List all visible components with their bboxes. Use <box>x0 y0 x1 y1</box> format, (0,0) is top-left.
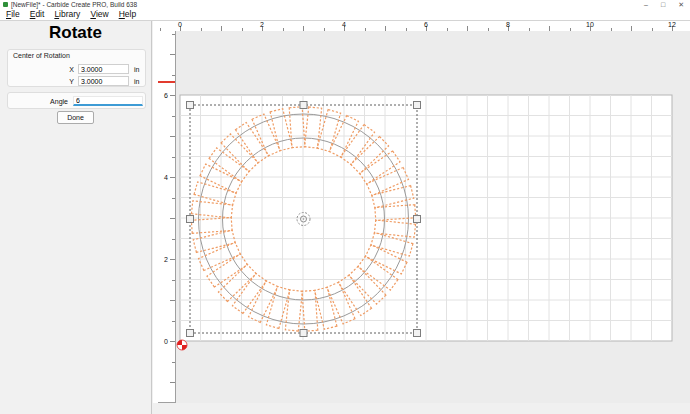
x-input[interactable] <box>78 64 129 74</box>
menu-edit[interactable]: Edit <box>25 9 50 20</box>
ruler-tick <box>170 54 175 55</box>
ruler-label: 12 <box>668 21 676 28</box>
design-canvas[interactable] <box>176 31 690 403</box>
ruler-tick <box>170 136 175 137</box>
selection-handle[interactable] <box>414 330 421 337</box>
ruler-label: 10 <box>586 21 594 28</box>
close-button-icon[interactable]: ✕ <box>678 0 684 9</box>
angle-input[interactable] <box>73 96 143 106</box>
window-controls: – □ ✕ <box>644 0 684 9</box>
y-input[interactable] <box>78 76 129 86</box>
ruler-tick <box>170 95 175 96</box>
ruler-label: 2 <box>164 256 168 263</box>
ruler-label: 0 <box>178 21 182 28</box>
ruler-label: 8 <box>506 21 510 28</box>
ruler-tick <box>170 300 175 301</box>
y-label: Y <box>60 78 74 85</box>
ruler-tick <box>172 75 175 76</box>
app-icon <box>3 2 8 7</box>
canvas-region: 024681012 6420 <box>153 21 690 414</box>
ruler-label: 4 <box>342 21 346 28</box>
angle-group: Angle <box>7 92 146 109</box>
ruler-tick <box>170 259 175 260</box>
ruler-vertical: 6420 <box>158 31 176 403</box>
ruler-label: 4 <box>164 174 168 181</box>
x-unit-label: in <box>134 66 139 73</box>
ruler-label: 2 <box>260 21 264 28</box>
maximize-button-icon[interactable]: □ <box>661 0 665 9</box>
menu-file[interactable]: File <box>1 9 25 20</box>
ruler-tick <box>172 157 175 158</box>
ruler-tick <box>172 321 175 322</box>
ruler-label: 0 <box>164 338 168 345</box>
selection-handle[interactable] <box>300 330 307 337</box>
ruler-label: 6 <box>424 21 428 28</box>
rotate-panel: Rotate Center of Rotation X in Y in Angl… <box>0 21 152 414</box>
menu-view[interactable]: View <box>85 9 113 20</box>
bottom-strip <box>176 403 690 414</box>
selection-handle[interactable] <box>187 102 194 109</box>
cursor-position-indicator <box>158 81 175 83</box>
ruler-tick <box>172 280 175 281</box>
center-of-rotation-group: Center of Rotation X in Y in <box>7 49 146 87</box>
ruler-tick <box>170 382 175 383</box>
selection-handle[interactable] <box>300 102 307 109</box>
selection-handle[interactable] <box>187 330 194 337</box>
ruler-tick <box>172 116 175 117</box>
ruler-tick <box>172 239 175 240</box>
center-of-rotation-label: Center of Rotation <box>13 52 70 59</box>
ruler-tick <box>172 34 175 35</box>
menu-help[interactable]: Help <box>114 9 141 20</box>
x-label: X <box>60 66 74 73</box>
ruler-tick <box>170 341 175 342</box>
ruler-label: 6 <box>164 92 168 99</box>
angle-label: Angle <box>36 98 68 105</box>
ruler-tick <box>170 177 175 178</box>
selection-handle[interactable] <box>187 216 194 223</box>
ruler-tick <box>172 198 175 199</box>
menubar: FileEditLibraryViewHelp <box>0 9 690 21</box>
ruler-tick <box>172 362 175 363</box>
rotation-center-dot <box>303 218 305 220</box>
menu-library[interactable]: Library <box>49 9 85 20</box>
title-bar: [NewFile]* - Carbide Create PRO, Build 6… <box>0 0 690 9</box>
ruler-tick <box>172 403 175 404</box>
y-unit-label: in <box>134 78 139 85</box>
minimize-button-icon[interactable]: – <box>644 0 648 9</box>
done-button[interactable]: Done <box>57 111 94 124</box>
selection-handle[interactable] <box>414 102 421 109</box>
ruler-tick <box>170 218 175 219</box>
selection-handle[interactable] <box>414 216 421 223</box>
app-window: [NewFile]* - Carbide Create PRO, Build 6… <box>0 0 690 414</box>
panel-title: Rotate <box>0 21 151 43</box>
window-title: [NewFile]* - Carbide Create PRO, Build 6… <box>11 1 137 8</box>
